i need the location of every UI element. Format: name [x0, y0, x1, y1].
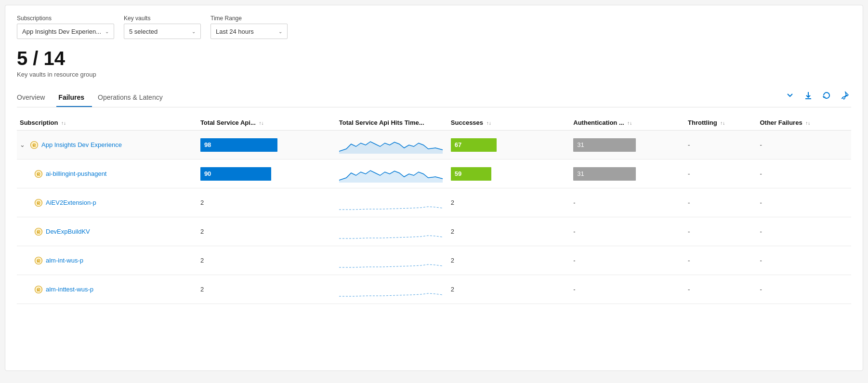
download-button[interactable] [802, 90, 815, 103]
cell-authentication: - [570, 188, 685, 217]
cell-total-api: 2 [197, 246, 336, 275]
table-row: K DevExpBuildKV 2 2 - - - [17, 217, 851, 246]
refresh-button[interactable] [820, 90, 833, 103]
table-row: K alm-inttest-wus-p 2 2 - - - [17, 275, 851, 304]
cell-successes: 59 [448, 159, 570, 188]
cell-total-api: 2 [197, 217, 336, 246]
tab-failures[interactable]: Failures [56, 90, 92, 107]
table-row: K AiEV2Extension-p 2 2 - - - [17, 188, 851, 217]
cell-sparkline [336, 217, 448, 246]
timerange-filter: Time Range Last 24 hours ⌄ [210, 15, 288, 39]
tab-operations-latency[interactable]: Operations & Latency [96, 90, 171, 107]
cell-other-failures: - [757, 131, 851, 159]
cell-other-failures: - [757, 246, 851, 275]
sort-authentication-icon[interactable]: ↑↓ [627, 120, 632, 126]
cell-authentication: - [570, 275, 685, 304]
cell-subscription: ⌄ K App Insights Dev Experience [17, 131, 197, 159]
subscriptions-filter: Subscriptions App Insights Dev Experien.… [17, 15, 114, 39]
cell-authentication: - [570, 217, 685, 246]
cell-authentication: - [570, 246, 685, 275]
col-authentication: Authentication ... ↑↓ [570, 115, 685, 131]
timerange-chevron-icon: ⌄ [278, 29, 282, 34]
sort-successes-icon[interactable]: ↑↓ [487, 120, 491, 126]
subscriptions-chevron-icon: ⌄ [105, 29, 109, 34]
col-total-api: Total Service Api... ↑↓ [197, 115, 336, 131]
subscriptions-value: App Insights Dev Experien... [22, 28, 101, 35]
vault-icon: K [34, 227, 43, 236]
filters-row: Subscriptions App Insights Dev Experien.… [17, 15, 851, 39]
cell-sparkline [336, 131, 448, 159]
sort-total-api-icon[interactable]: ↑↓ [259, 120, 263, 126]
vault-icon: K [30, 141, 39, 149]
cell-other-failures: - [757, 217, 851, 246]
tab-overview[interactable]: Overview [17, 90, 53, 107]
keyvaults-filter: Key vaults 5 selected ⌄ [124, 15, 201, 39]
table-row: ⌄ K App Insights Dev Experience 98 67 [17, 131, 851, 159]
cell-throttling: - [685, 275, 757, 304]
cell-authentication: 31 [570, 159, 685, 188]
sort-other-failures-icon[interactable]: ↑↓ [805, 120, 810, 126]
keyvaults-label: Key vaults [124, 15, 201, 22]
table-row: K ai-billingint-pushagent 90 59 31 [17, 159, 851, 188]
data-table: Subscription ↑↓ Total Service Api... ↑↓ … [17, 115, 851, 304]
subscription-link[interactable]: alm-inttest-wus-p [46, 286, 93, 293]
cell-successes: 2 [448, 217, 570, 246]
expand-button[interactable] [784, 90, 796, 103]
cell-total-api: 90 [197, 159, 336, 188]
col-subscription: Subscription ↑↓ [17, 115, 197, 131]
keyvaults-dropdown[interactable]: 5 selected ⌄ [124, 24, 201, 39]
cell-total-api: 2 [197, 188, 336, 217]
pin-button[interactable] [839, 90, 851, 103]
cell-sparkline [336, 188, 448, 217]
sort-throttling-icon[interactable]: ↑↓ [720, 120, 725, 126]
cell-throttling: - [685, 131, 757, 159]
timerange-value: Last 24 hours [216, 28, 254, 35]
col-successes: Successes ↑↓ [448, 115, 570, 131]
cell-subscription: K alm-inttest-wus-p [17, 275, 197, 304]
cell-other-failures: - [757, 275, 851, 304]
cell-throttling: - [685, 246, 757, 275]
subscription-link[interactable]: App Insights Dev Experience [41, 141, 122, 148]
cell-other-failures: - [757, 159, 851, 188]
summary-label: Key vaults in resource group [17, 71, 851, 78]
subscription-link[interactable]: AiEV2Extension-p [46, 199, 96, 206]
cell-total-api: 2 [197, 275, 336, 304]
subscriptions-label: Subscriptions [17, 15, 114, 22]
cell-authentication: 31 [570, 131, 685, 159]
subscription-link[interactable]: DevExpBuildKV [46, 228, 90, 235]
timerange-dropdown[interactable]: Last 24 hours ⌄ [210, 24, 288, 39]
cell-sparkline [336, 159, 448, 188]
keyvaults-chevron-icon: ⌄ [192, 29, 196, 34]
timerange-label: Time Range [210, 15, 288, 22]
subscription-link[interactable]: alm-int-wus-p [46, 257, 83, 264]
cell-successes: 2 [448, 188, 570, 217]
cell-total-api: 98 [197, 131, 336, 159]
table-row: K alm-int-wus-p 2 2 - - - [17, 246, 851, 275]
keyvaults-value: 5 selected [129, 28, 158, 35]
tabs-row: Overview Failures Operations & Latency [17, 90, 851, 107]
vault-icon: K [34, 170, 43, 178]
cell-successes: 67 [448, 131, 570, 159]
summary-count: 5 / 14 [17, 48, 851, 69]
tabs-actions [784, 90, 851, 106]
vault-icon: K [34, 256, 43, 265]
subscriptions-dropdown[interactable]: App Insights Dev Experien... ⌄ [17, 24, 114, 39]
cell-sparkline [336, 246, 448, 275]
cell-throttling: - [685, 217, 757, 246]
cell-sparkline [336, 275, 448, 304]
subscription-link[interactable]: ai-billingint-pushagent [46, 170, 106, 177]
cell-other-failures: - [757, 188, 851, 217]
cell-subscription: K ai-billingint-pushagent [17, 159, 197, 188]
cell-throttling: - [685, 188, 757, 217]
cell-successes: 2 [448, 275, 570, 304]
cell-subscription: K DevExpBuildKV [17, 217, 197, 246]
col-total-api-time: Total Service Api Hits Time... [336, 115, 448, 131]
cell-subscription: K alm-int-wus-p [17, 246, 197, 275]
col-throttling: Throttling ↑↓ [685, 115, 757, 131]
expand-row-icon[interactable]: ⌄ [20, 141, 25, 148]
cell-subscription: K AiEV2Extension-p [17, 188, 197, 217]
main-container: Subscriptions App Insights Dev Experien.… [5, 5, 863, 371]
cell-successes: 2 [448, 246, 570, 275]
sort-subscription-icon[interactable]: ↑↓ [61, 120, 66, 126]
col-other-failures: Other Failures ↑↓ [757, 115, 851, 131]
